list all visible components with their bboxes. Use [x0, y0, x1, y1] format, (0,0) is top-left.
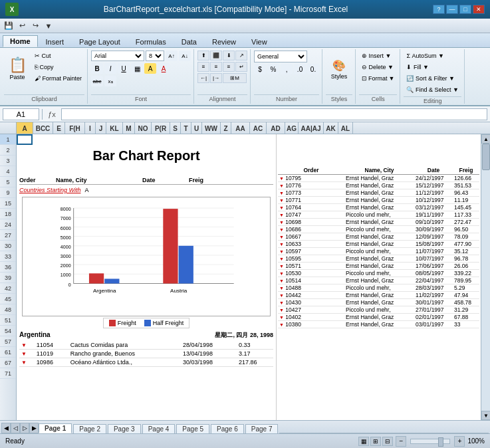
col-header-fh[interactable]: F(H — [65, 122, 85, 134]
tab-scroll-right[interactable]: ▶ — [29, 423, 39, 433]
fill-button[interactable]: ⬇ Fill ▼ — [404, 62, 431, 72]
col-header-ad[interactable]: AD — [267, 122, 285, 134]
align-middle-button[interactable]: ⬛ — [210, 51, 222, 60]
tab-data[interactable]: Data — [174, 36, 204, 47]
col-header-m[interactable]: M — [123, 122, 135, 134]
normal-view-button[interactable]: ▦ — [358, 437, 369, 446]
align-bottom-button[interactable]: ⬇ — [223, 51, 235, 60]
tab-home[interactable]: Home — [3, 35, 38, 47]
increase-font-button[interactable]: A↑ — [166, 51, 178, 61]
text-angle-button[interactable]: ↗ — [235, 51, 247, 60]
sheet-tab-page7[interactable]: Page 7 — [245, 424, 279, 433]
format-cells-button[interactable]: ⊡ Format ▼ — [359, 73, 397, 84]
format-painter-button[interactable]: 🖌 Format Painter — [32, 73, 84, 84]
find-select-button[interactable]: 🔍 Find & Select ▼ — [404, 84, 461, 95]
sheet-tab-page2[interactable]: Page 2 — [73, 424, 106, 433]
comma-button[interactable]: , — [281, 64, 293, 74]
tab-review[interactable]: Review — [205, 36, 243, 47]
align-center-button[interactable]: ≡ — [210, 62, 222, 72]
bold-button[interactable]: B — [91, 63, 103, 74]
underline-button[interactable]: U — [118, 63, 130, 74]
autosum-button[interactable]: Σ AutoSum ▼ — [404, 51, 447, 61]
undo-quick-button[interactable]: ↩ — [16, 20, 28, 32]
tab-scroll-left[interactable]: ◀ — [1, 423, 11, 433]
sort-filter-button[interactable]: 🔃 Sort & Filter ▼ — [404, 73, 457, 84]
zoom-in-button[interactable]: + — [454, 436, 465, 447]
col-header-ac[interactable]: AC — [250, 122, 267, 134]
sheet-tab-page4[interactable]: Page 4 — [142, 424, 176, 433]
close-button[interactable]: ✕ — [473, 5, 485, 14]
scroll-up-button[interactable]: ▲ — [481, 134, 490, 144]
formula-input[interactable] — [61, 108, 487, 120]
strikethrough-button[interactable]: abc — [91, 76, 103, 86]
font-size-select[interactable]: 8 — [146, 51, 164, 61]
italic-button[interactable]: I — [104, 63, 116, 74]
font-name-select[interactable]: Arial — [91, 51, 144, 61]
subscript-button[interactable]: x₂ — [104, 76, 116, 86]
styles-button[interactable]: 🎨 Styles — [326, 51, 352, 88]
spreadsheet-body[interactable]: Bar Chart Report Order Name, City Date F… — [17, 134, 490, 420]
align-right-button[interactable]: ≡ — [223, 62, 235, 72]
col-header-s[interactable]: S — [170, 122, 181, 134]
col-header-aa[interactable]: AA — [231, 122, 250, 134]
col-header-u[interactable]: U — [191, 122, 202, 134]
sheet-tab-page5[interactable]: Page 5 — [176, 424, 209, 433]
zoom-thumb[interactable] — [438, 437, 443, 447]
maximize-button[interactable]: □ — [459, 5, 471, 14]
page-break-view-button[interactable]: ⊟ — [382, 437, 393, 446]
col-header-kl[interactable]: KL — [106, 122, 123, 134]
minimize-button[interactable]: — — [446, 5, 458, 14]
tab-insert[interactable]: Insert — [39, 36, 72, 47]
increase-decimal-button[interactable]: .0 — [294, 64, 306, 74]
sheet-tab-page3[interactable]: Page 3 — [108, 424, 141, 433]
col-header-pr[interactable]: P(R — [152, 122, 170, 134]
vertical-scrollbar[interactable]: ▲ ▼ — [481, 134, 490, 420]
percent-button[interactable]: % — [267, 64, 279, 74]
col-header-ww[interactable]: WW — [202, 122, 221, 134]
delete-cells-button[interactable]: ⊖ Delete ▼ — [359, 62, 396, 72]
quick-access-more[interactable]: ▼ — [43, 20, 55, 32]
col-header-t[interactable]: T — [181, 122, 191, 134]
tab-view[interactable]: View — [244, 36, 275, 47]
scroll-thumb[interactable] — [482, 144, 490, 170]
decrease-font-button[interactable]: A↓ — [179, 51, 191, 61]
col-header-a[interactable]: A — [17, 122, 33, 134]
col-header-ak[interactable]: AK — [324, 122, 338, 134]
col-header-aaaj[interactable]: AA|AJ — [299, 122, 324, 134]
col-header-no[interactable]: NO — [135, 122, 152, 134]
scroll-down-button[interactable]: ▼ — [481, 411, 490, 420]
sheet-tab-page1[interactable]: Page 1 — [39, 423, 72, 433]
zoom-out-button[interactable]: − — [396, 436, 406, 447]
zoom-slider[interactable] — [410, 439, 450, 444]
decrease-decimal-button[interactable]: 0. — [307, 64, 319, 74]
cut-button[interactable]: ✂ Cut — [32, 51, 84, 61]
tab-formulas[interactable]: Formulas — [128, 36, 174, 47]
col-header-i[interactable]: I — [85, 122, 96, 134]
align-left-button[interactable]: ≡ — [197, 62, 209, 72]
number-format-select[interactable]: General — [254, 51, 307, 62]
sheet-tab-page6[interactable]: Page 6 — [211, 424, 244, 433]
scroll-track[interactable] — [481, 144, 490, 411]
wrap-text-button[interactable]: ↵ — [235, 62, 247, 72]
accounting-button[interactable]: $ — [254, 64, 266, 74]
font-color-button[interactable]: A — [158, 63, 170, 74]
merge-center-button[interactable]: ⊞M — [223, 73, 247, 83]
col-header-ag[interactable]: AG — [285, 122, 299, 134]
copy-button[interactable]: ⎘ Copy — [32, 62, 84, 72]
redo-quick-button[interactable]: ↪ — [29, 20, 41, 32]
fill-color-button[interactable]: A — [144, 63, 156, 74]
save-quick-button[interactable]: 💾 — [3, 20, 15, 32]
align-top-button[interactable]: ⬆ — [197, 51, 209, 60]
cell-reference-box[interactable] — [3, 108, 39, 120]
decrease-indent-button[interactable]: ←| — [197, 73, 209, 83]
paste-button[interactable]: 📋 Paste — [4, 51, 31, 88]
help-button[interactable]: ? — [433, 5, 445, 14]
increase-indent-button[interactable]: |→ — [210, 73, 222, 83]
col-header-al[interactable]: AL — [338, 122, 353, 134]
col-header-e[interactable]: E — [53, 122, 65, 134]
tab-scroll-next[interactable]: ▷ — [20, 423, 29, 433]
page-layout-view-button[interactable]: ⊞ — [370, 437, 381, 446]
col-header-z[interactable]: Z — [221, 122, 231, 134]
tab-scroll-prev[interactable]: ◁ — [11, 423, 20, 433]
insert-cells-button[interactable]: ⊕ Insert ▼ — [359, 51, 394, 61]
